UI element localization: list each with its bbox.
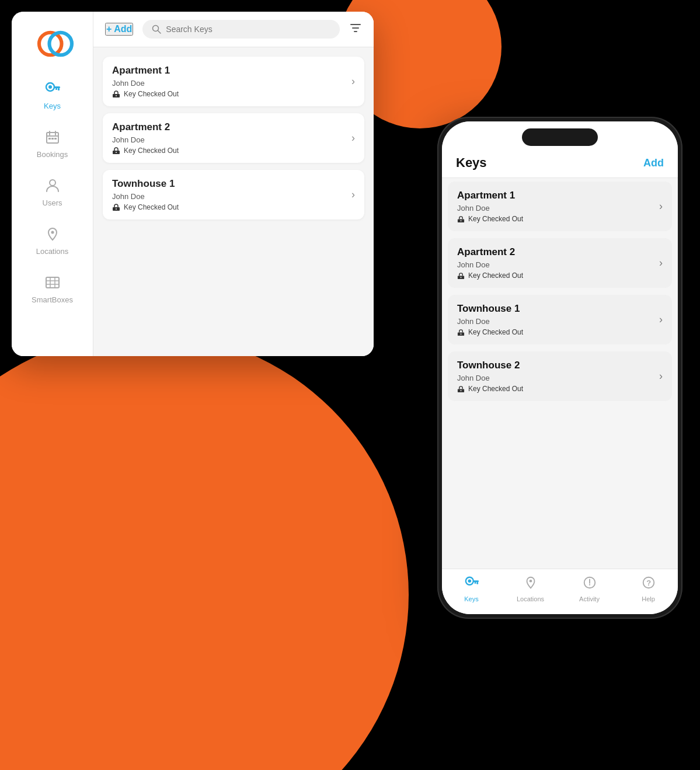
svg-point-34 (461, 333, 462, 335)
chevron-right-icon-3: › (351, 189, 355, 201)
key-card-1-status: Key Checked Out (112, 90, 179, 98)
keys-icon (42, 78, 63, 99)
locations-icon (42, 224, 63, 245)
nav-item-help[interactable]: ? Help (619, 575, 678, 602)
nav-item-activity[interactable]: Activity (560, 575, 619, 602)
sidebar-item-bookings[interactable]: Bookings (12, 121, 93, 165)
users-icon (42, 175, 63, 196)
sidebar-item-smartboxes[interactable]: SmartBoxes (12, 266, 93, 310)
search-input[interactable] (166, 25, 330, 34)
sidebar-item-locations[interactable]: Locations (12, 218, 93, 262)
key-card-2-status-text: Key Checked Out (124, 147, 179, 155)
desktop-panel: Keys Bookings (12, 12, 374, 356)
sidebar-keys-label: Keys (44, 102, 61, 110)
phone-key-3-user: John Doe (457, 317, 523, 326)
svg-point-24 (116, 95, 117, 96)
key-card-3-user: John Doe (112, 192, 179, 201)
sidebar: Keys Bookings (12, 12, 93, 356)
phone-key-1-title: Apartment 1 (457, 190, 523, 201)
phone-key-4-status-text: Key Checked Out (468, 385, 523, 393)
phone-checkout-icon-3 (457, 329, 465, 336)
phone-chevron-4: › (659, 370, 663, 382)
phone-key-3-title: Townhouse 1 (457, 303, 523, 315)
phone-checkout-icon-2 (457, 272, 465, 280)
svg-point-42 (529, 580, 532, 583)
smartboxes-icon (42, 272, 63, 293)
phone-key-1-info: Apartment 1 John Doe Key Checked Out (457, 190, 523, 223)
phone-notch (522, 128, 598, 146)
nav-locations-label: Locations (517, 595, 544, 602)
svg-point-30 (461, 220, 462, 221)
phone-key-2-info: Apartment 2 John Doe Key Checked Out (457, 246, 523, 280)
nav-item-locations[interactable]: Locations (501, 575, 560, 602)
sidebar-item-keys[interactable]: Keys (12, 72, 93, 116)
phone-key-1-status: Key Checked Out (457, 215, 523, 223)
checkout-icon-3 (112, 203, 120, 211)
nav-keys-label: Keys (464, 595, 478, 602)
phone-checkout-icon-1 (457, 215, 465, 223)
phone-key-card-3[interactable]: Townhouse 1 John Doe Key Checked Out › (448, 295, 672, 344)
svg-rect-6 (55, 88, 57, 90)
desktop-key-card-2[interactable]: Apartment 2 John Doe Key Checked Out › (103, 113, 364, 163)
phone-key-card-2[interactable]: Apartment 2 John Doe Key Checked Out › (448, 238, 672, 288)
orange-circle-decoration (0, 332, 409, 770)
key-card-3-status-text: Key Checked Out (124, 203, 179, 211)
sidebar-smartboxes-label: SmartBoxes (32, 295, 73, 304)
nav-activity-label: Activity (579, 595, 600, 602)
key-card-2-status: Key Checked Out (112, 147, 179, 155)
nav-activity-icon (582, 575, 597, 594)
sidebar-locations-label: Locations (36, 247, 69, 256)
phone-checkout-icon-4 (457, 385, 465, 393)
phone-key-2-title: Apartment 2 (457, 246, 523, 258)
desktop-toolbar: + Add (93, 12, 374, 47)
phone-add-button[interactable]: Add (643, 157, 664, 169)
nav-item-keys[interactable]: Keys (442, 575, 501, 602)
nav-locations-icon (523, 575, 538, 594)
svg-point-15 (51, 231, 54, 234)
svg-rect-11 (48, 138, 51, 140)
svg-rect-4 (54, 86, 60, 88)
key-card-1-title: Apartment 1 (112, 65, 179, 76)
svg-point-3 (48, 85, 52, 89)
svg-point-28 (116, 208, 117, 210)
key-card-1-status-text: Key Checked Out (124, 90, 179, 98)
svg-rect-39 (472, 580, 478, 582)
checkout-icon (112, 90, 120, 98)
svg-rect-16 (46, 277, 59, 288)
svg-rect-41 (474, 582, 476, 584)
key-card-1-info: Apartment 1 John Doe Key Checked Out (112, 65, 179, 98)
phone-bottom-nav: Keys Locations (442, 569, 678, 614)
nav-help-label: Help (642, 595, 655, 602)
phone-key-2-user: John Doe (457, 260, 523, 269)
nav-keys-icon (464, 575, 479, 594)
key-card-2-info: Apartment 2 John Doe Key Checked Out (112, 121, 179, 155)
phone-key-3-info: Townhouse 1 John Doe Key Checked Out (457, 303, 523, 336)
phone-key-4-user: John Doe (457, 374, 523, 382)
svg-rect-13 (54, 138, 57, 140)
desktop-key-card-1[interactable]: Apartment 1 John Doe Key Checked Out › (103, 57, 364, 106)
svg-rect-5 (58, 88, 60, 90)
add-button[interactable]: + Add (105, 23, 133, 36)
chevron-right-icon-1: › (351, 75, 355, 88)
filter-icon[interactable] (349, 22, 362, 37)
search-bar (142, 20, 340, 39)
sidebar-item-users[interactable]: Users (12, 169, 93, 213)
phone-key-2-status-text: Key Checked Out (468, 271, 523, 280)
svg-rect-12 (51, 138, 54, 140)
desktop-key-card-3[interactable]: Townhouse 1 John Doe Key Checked Out › (103, 170, 364, 219)
phone-key-card-4[interactable]: Townhouse 2 John Doe Key Checked Out › (448, 351, 672, 401)
app-logo (35, 23, 70, 58)
desktop-keys-list: Apartment 1 John Doe Key Checked Out › (93, 47, 374, 356)
checkout-icon-2 (112, 147, 120, 155)
phone-key-card-1[interactable]: Apartment 1 John Doe Key Checked Out › (448, 182, 672, 231)
phone-key-2-status: Key Checked Out (457, 271, 523, 280)
svg-text:?: ? (646, 579, 651, 587)
chevron-right-icon-2: › (351, 132, 355, 144)
phone-key-1-status-text: Key Checked Out (468, 215, 523, 223)
phone-chevron-3: › (659, 313, 663, 326)
svg-rect-40 (476, 582, 478, 584)
phone-keys-list: Apartment 1 John Doe Key Checked Out › (442, 178, 678, 569)
svg-line-22 (158, 31, 161, 34)
phone-outer-frame: Keys Add Apartment 1 John Doe (437, 117, 682, 619)
phone-chevron-2: › (659, 257, 663, 269)
